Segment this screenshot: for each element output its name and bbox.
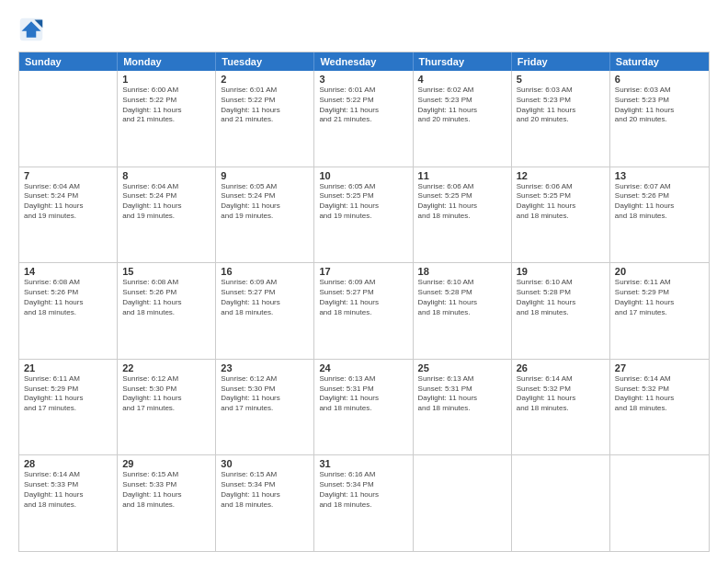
calendar-cell: 15Sunrise: 6:08 AMSunset: 5:26 PMDayligh… bbox=[118, 263, 216, 359]
cell-info: Sunrise: 6:04 AMSunset: 5:24 PMDaylight:… bbox=[24, 182, 112, 222]
calendar-cell: 10Sunrise: 6:05 AMSunset: 5:25 PMDayligh… bbox=[314, 167, 413, 263]
logo bbox=[18, 17, 48, 42]
calendar-row-3: 14Sunrise: 6:08 AMSunset: 5:26 PMDayligh… bbox=[19, 262, 709, 359]
calendar-cell: 12Sunrise: 6:06 AMSunset: 5:25 PMDayligh… bbox=[512, 167, 610, 263]
calendar-cell bbox=[512, 455, 610, 551]
day-number: 23 bbox=[221, 362, 309, 373]
day-number: 1 bbox=[122, 74, 210, 85]
calendar-cell: 9Sunrise: 6:05 AMSunset: 5:24 PMDaylight… bbox=[216, 167, 314, 263]
day-number: 25 bbox=[418, 362, 506, 373]
cell-info: Sunrise: 6:12 AMSunset: 5:30 PMDaylight:… bbox=[122, 374, 210, 414]
cell-info: Sunrise: 6:15 AMSunset: 5:34 PMDaylight:… bbox=[221, 470, 309, 510]
calendar-cell: 1Sunrise: 6:00 AMSunset: 5:22 PMDaylight… bbox=[118, 71, 216, 167]
cell-info: Sunrise: 6:01 AMSunset: 5:22 PMDaylight:… bbox=[221, 86, 309, 125]
day-number: 20 bbox=[615, 266, 704, 277]
cell-info: Sunrise: 6:06 AMSunset: 5:25 PMDaylight:… bbox=[517, 182, 605, 222]
calendar-cell: 27Sunrise: 6:14 AMSunset: 5:32 PMDayligh… bbox=[610, 360, 709, 455]
cell-info: Sunrise: 6:07 AMSunset: 5:26 PMDaylight:… bbox=[615, 182, 704, 222]
calendar-cell: 6Sunrise: 6:03 AMSunset: 5:23 PMDaylight… bbox=[610, 71, 709, 167]
day-number: 5 bbox=[517, 74, 605, 85]
calendar-cell: 21Sunrise: 6:11 AMSunset: 5:29 PMDayligh… bbox=[19, 360, 118, 455]
calendar-cell: 4Sunrise: 6:02 AMSunset: 5:23 PMDaylight… bbox=[414, 71, 512, 167]
day-number: 29 bbox=[122, 458, 210, 469]
day-number: 27 bbox=[615, 362, 704, 373]
day-of-week-thursday: Thursday bbox=[414, 52, 512, 71]
calendar-cell: 8Sunrise: 6:04 AMSunset: 5:24 PMDaylight… bbox=[118, 167, 216, 263]
calendar-row-2: 7Sunrise: 6:04 AMSunset: 5:24 PMDaylight… bbox=[19, 167, 709, 263]
cell-info: Sunrise: 6:05 AMSunset: 5:24 PMDaylight:… bbox=[221, 182, 309, 222]
calendar-cell: 13Sunrise: 6:07 AMSunset: 5:26 PMDayligh… bbox=[610, 167, 709, 263]
day-number: 14 bbox=[24, 266, 112, 277]
day-number: 8 bbox=[122, 170, 210, 181]
day-number: 10 bbox=[319, 170, 407, 181]
calendar-cell: 30Sunrise: 6:15 AMSunset: 5:34 PMDayligh… bbox=[216, 455, 314, 551]
cell-info: Sunrise: 6:09 AMSunset: 5:27 PMDaylight:… bbox=[319, 278, 407, 317]
day-number: 30 bbox=[221, 458, 309, 469]
cell-info: Sunrise: 6:15 AMSunset: 5:33 PMDaylight:… bbox=[122, 470, 210, 510]
cell-info: Sunrise: 6:14 AMSunset: 5:32 PMDaylight:… bbox=[615, 374, 704, 414]
cell-info: Sunrise: 6:16 AMSunset: 5:34 PMDaylight:… bbox=[319, 470, 407, 510]
cell-info: Sunrise: 6:14 AMSunset: 5:32 PMDaylight:… bbox=[517, 374, 605, 414]
day-of-week-sunday: Sunday bbox=[19, 52, 118, 71]
calendar-cell: 18Sunrise: 6:10 AMSunset: 5:28 PMDayligh… bbox=[414, 263, 512, 359]
cell-info: Sunrise: 6:03 AMSunset: 5:23 PMDaylight:… bbox=[517, 86, 605, 125]
day-number: 2 bbox=[221, 74, 309, 85]
calendar-cell: 2Sunrise: 6:01 AMSunset: 5:22 PMDaylight… bbox=[216, 71, 314, 167]
day-number: 22 bbox=[122, 362, 210, 373]
calendar-cell: 28Sunrise: 6:14 AMSunset: 5:33 PMDayligh… bbox=[19, 455, 118, 551]
calendar-body: 1Sunrise: 6:00 AMSunset: 5:22 PMDaylight… bbox=[19, 71, 709, 551]
cell-info: Sunrise: 6:11 AMSunset: 5:29 PMDaylight:… bbox=[24, 374, 112, 414]
calendar-cell bbox=[414, 455, 512, 551]
calendar-cell: 22Sunrise: 6:12 AMSunset: 5:30 PMDayligh… bbox=[118, 360, 216, 455]
calendar-cell: 23Sunrise: 6:12 AMSunset: 5:30 PMDayligh… bbox=[216, 360, 314, 455]
day-number: 31 bbox=[319, 458, 407, 469]
logo-icon bbox=[18, 17, 44, 42]
calendar-cell: 24Sunrise: 6:13 AMSunset: 5:31 PMDayligh… bbox=[314, 360, 413, 455]
calendar-row-5: 28Sunrise: 6:14 AMSunset: 5:33 PMDayligh… bbox=[19, 454, 709, 551]
day-of-week-saturday: Saturday bbox=[610, 52, 709, 71]
day-number: 6 bbox=[615, 74, 704, 85]
day-number: 26 bbox=[517, 362, 605, 373]
cell-info: Sunrise: 6:11 AMSunset: 5:29 PMDaylight:… bbox=[615, 278, 704, 317]
cell-info: Sunrise: 6:06 AMSunset: 5:25 PMDaylight:… bbox=[418, 182, 506, 222]
calendar-cell: 29Sunrise: 6:15 AMSunset: 5:33 PMDayligh… bbox=[118, 455, 216, 551]
cell-info: Sunrise: 6:03 AMSunset: 5:23 PMDaylight:… bbox=[615, 86, 704, 125]
day-number: 16 bbox=[221, 266, 309, 277]
calendar-cell: 25Sunrise: 6:13 AMSunset: 5:31 PMDayligh… bbox=[414, 360, 512, 455]
calendar-cell: 31Sunrise: 6:16 AMSunset: 5:34 PMDayligh… bbox=[314, 455, 413, 551]
cell-info: Sunrise: 6:13 AMSunset: 5:31 PMDaylight:… bbox=[418, 374, 506, 414]
day-number: 17 bbox=[319, 266, 407, 277]
calendar-cell: 17Sunrise: 6:09 AMSunset: 5:27 PMDayligh… bbox=[314, 263, 413, 359]
calendar-header: SundayMondayTuesdayWednesdayThursdayFrid… bbox=[19, 52, 709, 71]
cell-info: Sunrise: 6:01 AMSunset: 5:22 PMDaylight:… bbox=[319, 86, 407, 125]
cell-info: Sunrise: 6:10 AMSunset: 5:28 PMDaylight:… bbox=[418, 278, 506, 317]
cell-info: Sunrise: 6:08 AMSunset: 5:26 PMDaylight:… bbox=[24, 278, 112, 317]
calendar-cell: 11Sunrise: 6:06 AMSunset: 5:25 PMDayligh… bbox=[414, 167, 512, 263]
calendar: SundayMondayTuesdayWednesdayThursdayFrid… bbox=[18, 52, 710, 552]
calendar-cell: 26Sunrise: 6:14 AMSunset: 5:32 PMDayligh… bbox=[512, 360, 610, 455]
calendar-cell bbox=[19, 71, 118, 167]
day-number: 15 bbox=[122, 266, 210, 277]
cell-info: Sunrise: 6:04 AMSunset: 5:24 PMDaylight:… bbox=[122, 182, 210, 222]
cell-info: Sunrise: 6:08 AMSunset: 5:26 PMDaylight:… bbox=[122, 278, 210, 317]
cell-info: Sunrise: 6:00 AMSunset: 5:22 PMDaylight:… bbox=[122, 86, 210, 125]
calendar-cell: 19Sunrise: 6:10 AMSunset: 5:28 PMDayligh… bbox=[512, 263, 610, 359]
page: SundayMondayTuesdayWednesdayThursdayFrid… bbox=[0, 0, 728, 563]
day-of-week-friday: Friday bbox=[512, 52, 610, 71]
cell-info: Sunrise: 6:14 AMSunset: 5:33 PMDaylight:… bbox=[24, 470, 112, 510]
calendar-cell: 5Sunrise: 6:03 AMSunset: 5:23 PMDaylight… bbox=[512, 71, 610, 167]
day-number: 4 bbox=[418, 74, 506, 85]
cell-info: Sunrise: 6:10 AMSunset: 5:28 PMDaylight:… bbox=[517, 278, 605, 317]
calendar-row-4: 21Sunrise: 6:11 AMSunset: 5:29 PMDayligh… bbox=[19, 359, 709, 455]
cell-info: Sunrise: 6:12 AMSunset: 5:30 PMDaylight:… bbox=[221, 374, 309, 414]
day-number: 13 bbox=[615, 170, 704, 181]
header bbox=[18, 17, 710, 42]
day-number: 28 bbox=[24, 458, 112, 469]
day-number: 3 bbox=[319, 74, 407, 85]
cell-info: Sunrise: 6:13 AMSunset: 5:31 PMDaylight:… bbox=[319, 374, 407, 414]
calendar-cell: 20Sunrise: 6:11 AMSunset: 5:29 PMDayligh… bbox=[610, 263, 709, 359]
day-of-week-wednesday: Wednesday bbox=[314, 52, 413, 71]
calendar-row-1: 1Sunrise: 6:00 AMSunset: 5:22 PMDaylight… bbox=[19, 71, 709, 167]
day-number: 11 bbox=[418, 170, 506, 181]
cell-info: Sunrise: 6:05 AMSunset: 5:25 PMDaylight:… bbox=[319, 182, 407, 222]
